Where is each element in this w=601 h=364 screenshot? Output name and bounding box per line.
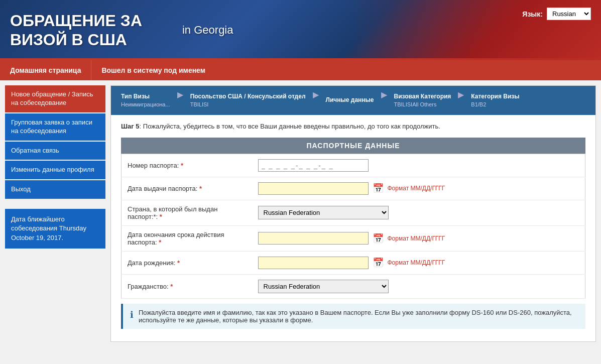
header: ОБРАЩЕНИЕ ЗА ВИЗОЙ В США in Georgia Язык… — [0, 0, 601, 60]
sidebar-item-edit-profile[interactable]: Изменить данные профиля — [5, 161, 105, 179]
calendar-icon-expiry[interactable]: 📅 — [373, 233, 384, 244]
sidebar-item-group-appointment[interactable]: Групповая заявка о записи на собеседован… — [5, 113, 105, 141]
home-link[interactable]: Домашняя страница — [0, 60, 91, 80]
expiry-date-input[interactable]: 10/01/2025 — [258, 232, 369, 245]
table-row: Страна, в которой был выдан паспорт:*: *… — [122, 200, 585, 225]
language-selector-container: Язык: Russian English Georgian — [522, 8, 591, 20]
expiry-date-label: Дата окончания срока действия паспорта: … — [122, 225, 252, 251]
info-icon: ℹ — [130, 309, 134, 324]
step-class-value: B1/B2 — [471, 101, 519, 108]
step-category-value: TBILISIAll Others — [394, 101, 451, 108]
step-personal-data[interactable]: Личные данные — [321, 90, 379, 111]
table-row: Дата выдачи паспорта: * 09/30/2015 📅 Фор… — [122, 177, 585, 200]
table-row: Гражданство: * Russian Federation Georgi… — [122, 274, 585, 298]
step-visa-type-value: Неиммиграциона... — [121, 101, 170, 108]
issue-date-input[interactable]: 09/30/2015 — [258, 182, 369, 195]
issue-date-label: Дата выдачи паспорта: * — [122, 177, 252, 200]
birth-date-format: Формат ММ/ДД/ГГГГ — [388, 259, 445, 266]
step-personal-title: Личные данные — [326, 96, 374, 104]
table-row: Номер паспорта: * — [122, 154, 585, 177]
passport-country-label: Страна, в которой был выдан паспорт:*: * — [122, 200, 252, 225]
expiry-date-format: Формат ММ/ДД/ГГГГ — [388, 235, 445, 242]
info-text: Пожалуйста введите имя и фамилию, так ка… — [139, 309, 578, 324]
site-title: ОБРАЩЕНИЕ ЗА ВИЗОЙ В США — [10, 11, 142, 50]
step-description: Шаг 5: Пожалуйста, убедитесь в том, что … — [121, 123, 585, 130]
step-embassy-value: TBILISI — [190, 101, 306, 108]
citizenship-select[interactable]: Russian Federation Georgia United States… — [258, 280, 389, 293]
main-container: Новое обращение / Запись на собеседовани… — [0, 80, 601, 347]
steps-bar: Тип Визы Неиммиграциона... ▶ Посольство … — [111, 86, 595, 115]
location-subtitle: in Georgia — [182, 24, 233, 37]
step-arrow-3: ▶ — [381, 90, 387, 111]
info-box: ℹ Пожалуйста введите имя и фамилию, так … — [121, 304, 585, 329]
step-visa-type-title: Тип Визы — [121, 93, 170, 101]
next-interview-info: Дата ближайшего собеседования Thursday O… — [5, 209, 105, 249]
sidebar: Новое обращение / Запись на собеседовани… — [5, 85, 105, 342]
section-title: ПАСПОРТНЫЕ ДАННЫЕ — [121, 138, 585, 154]
birth-date-label: Дата рождения: * — [122, 251, 252, 274]
step-arrow-4: ▶ — [458, 90, 464, 111]
user-info: Вошел в систему под именем — [91, 66, 215, 74]
step-embassy-title: Посольство США / Консульский отдел — [190, 93, 306, 101]
citizenship-label: Гражданство: * — [122, 274, 252, 298]
table-row: Дата рождения: * 01/01/1950 📅 Формат ММ/… — [122, 251, 585, 274]
passport-form: Номер паспорта: * Дата выдачи паспорта: … — [121, 154, 585, 299]
step-visa-class[interactable]: Категория Визы B1/B2 — [466, 90, 524, 111]
sidebar-item-new-appointment[interactable]: Новое обращение / Запись на собеседовани… — [5, 85, 105, 112]
table-row: Дата окончания срока действия паспорта: … — [122, 225, 585, 251]
language-label: Язык: — [522, 10, 543, 18]
language-select[interactable]: Russian English Georgian — [547, 8, 591, 20]
step-visa-type[interactable]: Тип Визы Неиммиграциона... — [116, 90, 175, 111]
content-area: Тип Визы Неиммиграциона... ▶ Посольство … — [110, 85, 596, 342]
step-category-title: Визовая Категория — [394, 93, 451, 101]
sidebar-item-feedback[interactable]: Обратная связь — [5, 142, 105, 160]
navbar: Домашняя страница Вошел в систему под им… — [0, 60, 601, 80]
step-arrow-2: ▶ — [313, 90, 319, 111]
sidebar-item-logout[interactable]: Выход — [5, 180, 105, 199]
step-class-title: Категория Визы — [471, 93, 519, 101]
birth-date-input[interactable]: 01/01/1950 — [258, 257, 369, 269]
step-visa-category[interactable]: Визовая Категория TBILISIAll Others — [389, 90, 456, 111]
form-area: Шаг 5: Пожалуйста, убедитесь в том, что … — [111, 115, 595, 341]
step-embassy[interactable]: Посольство США / Консульский отдел TBILI… — [185, 90, 311, 111]
calendar-icon-issue[interactable]: 📅 — [373, 183, 384, 194]
passport-number-label: Номер паспорта: * — [122, 154, 252, 177]
step-arrow-1: ▶ — [177, 90, 183, 111]
passport-number-input[interactable] — [258, 159, 369, 172]
issue-date-format: Формат ММ/ДД/ГГГГ — [388, 185, 445, 192]
calendar-icon-birth[interactable]: 📅 — [373, 257, 384, 268]
passport-country-select[interactable]: Russian Federation Georgia United States… — [258, 206, 389, 219]
